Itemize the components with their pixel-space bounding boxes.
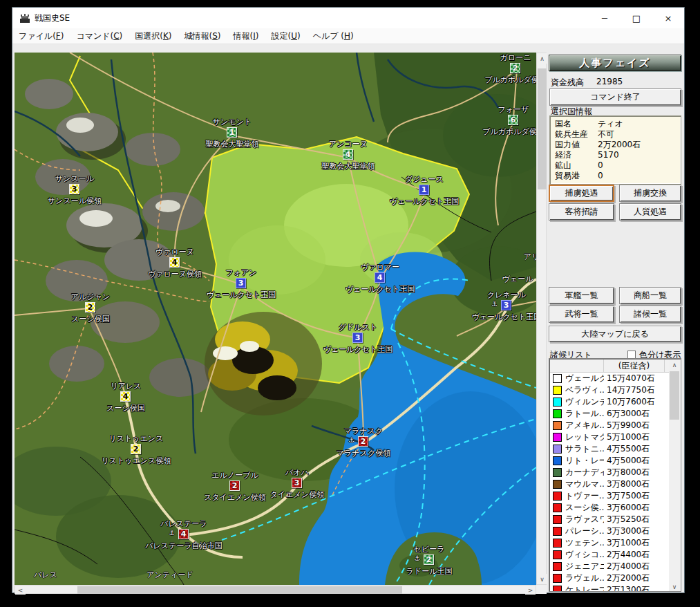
list-button-1[interactable]: 商船一覧 (619, 287, 681, 304)
city-badge[interactable]: 4 (120, 391, 131, 402)
map-horizontal-scrollbar[interactable]: < > (15, 585, 536, 594)
country-info-row: 鉱山0 (550, 160, 681, 171)
lord-name: ベラヴィ... (565, 384, 604, 396)
lord-row[interactable]: レットマクルト...5万1000石 (550, 431, 670, 443)
map-viewport[interactable]: ガローニ2ブルガポルダ侯領フォーザ6ブルガポルダ侯領サンモント1聖教会大聖堂領ア… (15, 53, 536, 585)
map-scroll-left-button[interactable]: < (15, 586, 26, 595)
map-hscroll-thumb[interactable] (77, 586, 402, 594)
lord-row[interactable]: トヴァー...3万7500石 (550, 490, 670, 502)
lord-row[interactable]: スーシ侯...3万6000石 (550, 502, 670, 514)
info-key: 鉱山 (555, 160, 598, 171)
city-badge[interactable]: 4 (375, 272, 385, 283)
city-owner-label: リストゥエンス侯領 (102, 456, 171, 466)
lords-column-header-koku[interactable]: (臣従含) (604, 359, 665, 373)
lord-name: アメキル... (565, 420, 604, 431)
lord-name: サラトニ... (565, 443, 604, 455)
city-badge[interactable]: 2 (358, 436, 368, 447)
lord-row[interactable]: カーナディシ...3万8000石 (550, 467, 670, 478)
lord-row[interactable]: ツェテン...3万1000石 (550, 537, 670, 549)
city-badge[interactable]: 3 (292, 478, 302, 488)
city-badge[interactable]: 3 (236, 278, 246, 288)
lord-row[interactable]: アメキル...5万9900石 (550, 420, 670, 431)
list-button-3[interactable]: 諸候一覧 (619, 306, 681, 323)
action-button-2[interactable]: 客将招請 (549, 203, 614, 221)
action-button-1[interactable]: 捕虜交換 (619, 185, 681, 202)
map-vertical-scrollbar[interactable]: ∧ ∨ (536, 53, 547, 585)
menu-item-castle-info[interactable]: 城情報(S) (178, 28, 227, 44)
city-badge[interactable]: 1 (419, 185, 429, 195)
list-button-0[interactable]: 軍艦一覧 (549, 287, 614, 304)
menu-item-help[interactable]: ヘルプ (H) (307, 28, 360, 44)
lords-list[interactable]: (臣従含) ヴェールク...15万4070石ベラヴィ...14万7750石ヴィル… (549, 358, 681, 592)
city-badge[interactable]: 3 (501, 300, 511, 310)
city-name-label: フォアン (225, 268, 256, 278)
map-scroll-right-button[interactable]: > (525, 586, 536, 595)
lord-row[interactable]: ラトール...6万3000石 (550, 408, 670, 420)
lord-koku-value: 3万7500石 (607, 490, 650, 502)
lord-koku-value: 2万2000石 (607, 572, 650, 584)
lord-row[interactable]: サラトニ...4万5500石 (550, 443, 670, 455)
city-badge[interactable]: 2 (229, 480, 240, 491)
lord-koku-value: 3万8000石 (607, 467, 650, 478)
lord-row[interactable]: ヴィシコ...2万4400石 (550, 549, 670, 561)
lord-name: ジェニアニア... (565, 561, 604, 572)
lords-column-header-name[interactable] (550, 359, 604, 373)
city-badge[interactable]: 6 (508, 115, 518, 125)
city-badge[interactable]: 4 (178, 529, 189, 539)
close-button[interactable]: × (652, 8, 684, 28)
menu-item-country-select[interactable]: 国選択(K) (129, 28, 178, 44)
faction-color-swatch (553, 515, 562, 524)
action-button-0[interactable]: 捕虜処遇 (549, 185, 614, 202)
city-badge[interactable]: 4 (343, 149, 353, 160)
menu-item-info[interactable]: 情報(I) (227, 28, 265, 44)
lord-row[interactable]: ケトレーブ...2万1300石 (550, 584, 670, 592)
minimize-button[interactable]: ─ (589, 8, 621, 28)
map-vscroll-thumb[interactable] (538, 68, 547, 189)
app-icon (19, 12, 30, 24)
info-key: 銃兵生産 (555, 129, 598, 140)
country-info-row: 国名ティオ (550, 119, 681, 129)
map-scroll-up-button[interactable]: ∧ (537, 53, 547, 64)
lords-scroll-up-button[interactable]: ∧ (669, 359, 680, 370)
city-badge[interactable]: 2 (85, 302, 95, 312)
city-name-label: エルノーブル (211, 470, 258, 480)
info-value: ティオ (598, 119, 623, 129)
lord-name: リト・レー... (565, 455, 604, 467)
menu-item-settings[interactable]: 設定(U) (265, 28, 306, 44)
menu-item-command[interactable]: コマンド(C) (70, 28, 129, 44)
city-badge[interactable]: 2 (424, 554, 434, 565)
lord-row[interactable]: ヴェールク...15万4070石 (550, 373, 670, 384)
lord-row[interactable]: ベラヴィ...14万7750石 (550, 384, 670, 396)
lords-scroll-down-button[interactable]: ∨ (669, 581, 680, 592)
faction-color-swatch (553, 492, 562, 501)
lord-name: ラヴァスワン... (565, 514, 604, 525)
city-badge[interactable]: 2 (131, 444, 141, 454)
action-button-3[interactable]: 人質処遇 (619, 203, 681, 221)
city-owner-label: ブルガポルダ侯領 (484, 75, 536, 85)
maximize-button[interactable]: □ (621, 8, 652, 28)
title-bar[interactable]: 戦国史SE ─ □ × (12, 8, 684, 28)
lord-row[interactable]: リト・レー...4万5000石 (550, 455, 670, 467)
city-badge[interactable]: 2 (510, 63, 520, 73)
lord-row[interactable]: ヴィルンテ...10万7600石 (550, 396, 670, 408)
map-scroll-down-button[interactable]: ∨ (537, 574, 547, 584)
city-badge[interactable]: 3 (69, 184, 79, 194)
lord-row[interactable]: ラヴェル...2万2000石 (550, 572, 670, 584)
lord-row[interactable]: ジェニアニア...2万4000石 (550, 561, 670, 572)
menu-item-file[interactable]: ファイル(F) (12, 28, 70, 44)
lord-row[interactable]: ラヴァスワン...3万5250石 (550, 514, 670, 525)
city-badge[interactable]: 1 (227, 127, 237, 138)
lords-scroll-thumb[interactable] (670, 371, 679, 420)
lord-row[interactable]: マウルマ...3万8000石 (550, 478, 670, 490)
city-owner-label: ヴェールクセト王国 (207, 290, 276, 300)
window-title: 戦国史SE (35, 12, 70, 24)
back-to-continent-map-button[interactable]: 大陸マップに戻る (549, 326, 681, 342)
city-badge[interactable]: 4 (169, 257, 180, 268)
lords-scrollbar[interactable]: ∧ ∨ (669, 359, 680, 592)
funds-value: 21985 (596, 77, 623, 86)
city-badge[interactable]: 3 (352, 333, 363, 343)
lord-koku-value: 4万5000石 (607, 455, 650, 467)
lord-row[interactable]: パレーシ...3万3000石 (550, 525, 670, 537)
list-button-2[interactable]: 武将一覧 (549, 306, 614, 323)
end-command-button[interactable]: コマンド終了 (549, 88, 681, 106)
